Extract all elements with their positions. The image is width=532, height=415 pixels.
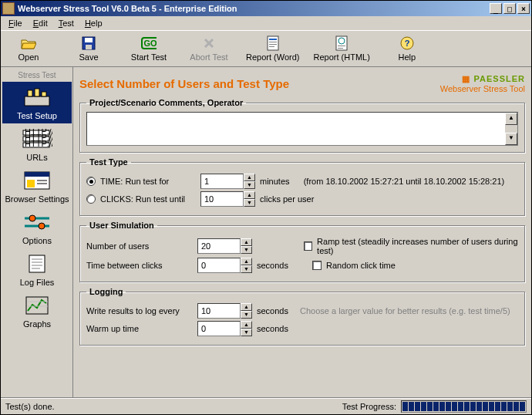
sidebar-item-logs[interactable]: Log Files bbox=[2, 248, 72, 290]
sidebar-item-options[interactable]: Options bbox=[2, 207, 72, 248]
warm-input[interactable] bbox=[197, 321, 241, 336]
time-label: TIME: Run test for bbox=[100, 177, 196, 186]
logging-legend: Logging bbox=[86, 287, 126, 296]
menu-edit[interactable]: Edit bbox=[29, 17, 52, 29]
svg-rect-13 bbox=[269, 46, 274, 47]
svg-rect-20 bbox=[25, 96, 49, 106]
save-label: Save bbox=[79, 52, 98, 62]
clicks-radio[interactable] bbox=[86, 194, 96, 204]
report-html-button[interactable]: Report (HTML) bbox=[313, 32, 369, 66]
test-setup-icon bbox=[22, 86, 52, 108]
main-panel: Select Number of Users and Test Type ▦ P… bbox=[73, 67, 531, 397]
options-icon bbox=[22, 211, 52, 233]
menu-file[interactable]: File bbox=[4, 17, 27, 29]
rhtml-label: Report (HTML) bbox=[313, 52, 369, 62]
every-unit: seconds bbox=[257, 306, 295, 315]
sidebar-graphs-label: Graphs bbox=[23, 319, 51, 329]
open-button[interactable]: Open bbox=[5, 32, 52, 66]
clicks-spinner[interactable]: ▲▼ bbox=[200, 191, 255, 207]
svg-rect-3 bbox=[85, 38, 93, 42]
sidebar-item-browser[interactable]: Browser Settings bbox=[2, 165, 72, 207]
scroll-down-icon[interactable]: ▼ bbox=[505, 133, 517, 145]
svg-rect-11 bbox=[269, 42, 277, 42]
minimize-button[interactable]: _ bbox=[490, 3, 502, 14]
numusers-spinner[interactable]: ▲▼ bbox=[197, 238, 252, 254]
svg-rect-17 bbox=[338, 48, 343, 49]
svg-rect-10 bbox=[269, 39, 277, 40]
between-input[interactable] bbox=[197, 258, 241, 273]
numusers-input[interactable] bbox=[197, 238, 241, 254]
between-label: Time between clicks bbox=[86, 261, 193, 270]
random-checkbox[interactable] bbox=[312, 261, 322, 270]
word-doc-icon bbox=[265, 35, 281, 51]
testtype-group: Test Type TIME: Run test for ▲▼ minutes … bbox=[79, 157, 525, 216]
start-label: Start Test bbox=[131, 52, 167, 62]
app-icon bbox=[2, 2, 15, 15]
menu-help[interactable]: Help bbox=[80, 17, 107, 29]
svg-point-38 bbox=[39, 223, 45, 229]
spin-up-icon[interactable]: ▲ bbox=[241, 321, 252, 329]
warm-label: Warm up time bbox=[86, 324, 193, 333]
toolbar: Open Save GO Start Test Abort Test Repor… bbox=[1, 30, 531, 67]
floppy-icon bbox=[81, 35, 96, 51]
usersim-group: User Simulation Number of users ▲▼ Ramp … bbox=[79, 221, 525, 282]
brand: ▦ PAESSLER Webserver Stress Tool bbox=[440, 73, 525, 93]
svg-rect-33 bbox=[37, 180, 47, 181]
svg-rect-32 bbox=[27, 180, 35, 187]
spin-down-icon[interactable]: ▼ bbox=[241, 246, 252, 254]
svg-rect-31 bbox=[25, 172, 49, 177]
menu-test[interactable]: Test bbox=[54, 17, 79, 29]
spin-up-icon[interactable]: ▲ bbox=[244, 191, 255, 199]
save-button[interactable]: Save bbox=[66, 32, 112, 66]
svg-rect-16 bbox=[338, 46, 345, 46]
between-spinner[interactable]: ▲▼ bbox=[197, 258, 252, 273]
clicks-input[interactable] bbox=[200, 191, 244, 207]
ramp-label: Ramp test (steadily increases number of … bbox=[317, 237, 518, 255]
help-label: Help bbox=[399, 52, 416, 62]
titlebar: Webserver Stress Tool V6.0 Beta 5 - Ente… bbox=[1, 1, 531, 16]
progress-bar bbox=[401, 400, 527, 413]
browser-icon bbox=[22, 170, 52, 191]
spin-down-icon[interactable]: ▼ bbox=[241, 329, 252, 336]
spin-down-icon[interactable]: ▼ bbox=[244, 181, 255, 189]
every-spinner[interactable]: ▲▼ bbox=[197, 303, 252, 319]
comments-textarea[interactable]: ▲▼ bbox=[86, 112, 518, 146]
spin-up-icon[interactable]: ▲ bbox=[244, 174, 255, 181]
random-label: Random click time bbox=[326, 261, 396, 270]
sidebar-item-test-setup[interactable]: Test Setup bbox=[2, 82, 72, 123]
time-spinner[interactable]: ▲▼ bbox=[200, 174, 255, 189]
every-label: Write results to log every bbox=[86, 306, 193, 315]
ramp-checkbox[interactable] bbox=[304, 241, 312, 251]
warm-spinner[interactable]: ▲▼ bbox=[197, 321, 252, 336]
logging-hint: Choose a larger value for better results… bbox=[300, 306, 510, 315]
svg-rect-9 bbox=[268, 36, 278, 50]
spin-down-icon[interactable]: ▼ bbox=[244, 199, 255, 207]
svg-rect-44 bbox=[26, 297, 48, 314]
spin-up-icon[interactable]: ▲ bbox=[241, 238, 252, 246]
svg-text:GO: GO bbox=[143, 39, 157, 48]
scroll-up-icon[interactable]: ▲ bbox=[505, 113, 517, 125]
time-radio[interactable] bbox=[86, 177, 96, 186]
maximize-button[interactable]: □ bbox=[503, 3, 516, 14]
spin-down-icon[interactable]: ▼ bbox=[241, 265, 252, 273]
spin-down-icon[interactable]: ▼ bbox=[241, 311, 252, 319]
sidebar-tab-stress[interactable]: Stress Test bbox=[2, 69, 72, 82]
svg-text:HTTP://: HTTP:// bbox=[25, 139, 52, 148]
svg-text:?: ? bbox=[404, 39, 409, 48]
spin-up-icon[interactable]: ▲ bbox=[241, 258, 252, 265]
report-word-button[interactable]: Report (Word) bbox=[246, 32, 299, 66]
time-range: (from 18.10.2002 15:27:21 until 18.10.20… bbox=[304, 177, 505, 186]
statusbar: Test(s) done. Test Progress: bbox=[1, 397, 531, 414]
sidebar-item-urls[interactable]: HTTP://HTTP://HTTP:// URLs bbox=[2, 123, 72, 165]
time-input[interactable] bbox=[200, 174, 244, 189]
sidebar-item-graphs[interactable]: Graphs bbox=[2, 290, 72, 332]
help-button[interactable]: ? Help bbox=[384, 32, 430, 66]
close-button[interactable]: × bbox=[517, 3, 530, 14]
svg-rect-23 bbox=[42, 92, 46, 96]
menubar: File Edit Test Help bbox=[1, 16, 531, 30]
svg-rect-4 bbox=[86, 45, 92, 49]
every-input[interactable] bbox=[197, 303, 241, 319]
graphs-icon bbox=[22, 295, 52, 316]
spin-up-icon[interactable]: ▲ bbox=[241, 303, 252, 311]
start-test-button[interactable]: GO Start Test bbox=[126, 32, 172, 66]
